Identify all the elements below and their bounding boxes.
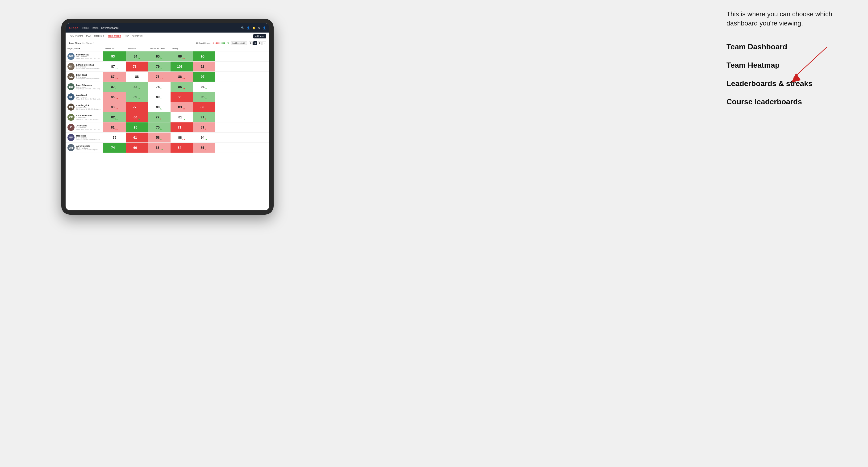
player-info-cell[interactable]: CQ Charlie Quick 6-10 Handicap St. Georg… (66, 102, 103, 112)
player-handicap: 1-5 Handicap (76, 127, 101, 129)
score-change: 4▲ (115, 88, 118, 89)
ipad-frame: clippd Home Teams My Performance 🔍 👤 🔔 ⚙… (61, 19, 274, 215)
score-change: -4▼ (205, 149, 208, 150)
add-team-button[interactable]: Add Team (253, 34, 266, 38)
player-handicap: 6-10 Handicap (76, 106, 101, 108)
score-cell: 61-3▼ (126, 132, 148, 143)
player-info-cell[interactable]: JC Josh Coles 1-5 Handicap Royal North D… (66, 122, 103, 132)
search-icon[interactable]: 🔍 (241, 26, 244, 30)
player-info-cell[interactable]: AN Aaron Nicholls 11-15 Handicap Drift G… (66, 143, 103, 153)
player-club: Craigmillar Park, United Kingdom (76, 118, 101, 120)
score-change: 10▲ (160, 149, 163, 150)
export-button[interactable]: ↓ (262, 41, 266, 45)
score-value: 77 (133, 105, 136, 109)
score-value: 86 (200, 105, 204, 109)
score-value: 73 (133, 65, 136, 68)
score-cell: 88-1▼ (170, 52, 193, 61)
person-icon[interactable]: 👤 (247, 26, 250, 30)
score-change: -11▼ (137, 67, 141, 69)
player-info-cell[interactable]: DF David Ford Plus Handicap Royal North … (66, 92, 103, 102)
player-rows: BM Blair McHarg Plus Handicap Royal Nort… (66, 52, 269, 153)
score-value: 95 (201, 55, 205, 58)
heatmap-view-button[interactable]: ▦ (253, 41, 257, 45)
player-info-cell[interactable]: MM Matt Miller 6-10 Handicap Woburn Golf… (66, 132, 103, 143)
score-change: 5▲ (205, 77, 208, 79)
player-handicap: 6-10 Handicap (76, 137, 101, 139)
player-details: Charlie Quick 6-10 Handicap St. George's… (76, 104, 101, 110)
score-change: 4▲ (160, 138, 163, 140)
player-details: Blair McHarg Plus Handicap Royal North D… (76, 54, 101, 59)
player-details: Elliot Ebert 1-5 Handicap Sunningdale Go… (76, 74, 101, 80)
subnav-team-clippd[interactable]: Team Clippd (108, 34, 121, 38)
score-cell: 85-3▼ (103, 92, 126, 102)
annotation-item-3: Leaderboards & streaks (726, 79, 849, 89)
nav-link-home[interactable]: Home (82, 27, 89, 29)
score-change: 8▲ (160, 57, 163, 59)
score-value: 88 (178, 55, 182, 58)
score-change: -6▼ (182, 77, 185, 79)
user-avatar-icon[interactable]: 👤 (263, 26, 266, 30)
score-cell: 963▲ (193, 92, 215, 102)
score-change: 3▲ (160, 98, 163, 99)
player-club: Royal North Devon Golf Club, United King… (76, 129, 101, 130)
team-count: | 14 Players (82, 42, 92, 44)
annotation-panel: This is where you can choose which dashb… (726, 9, 849, 115)
subnav-pgat[interactable]: PGAT Players (69, 34, 83, 38)
player-handicap: 1-5 Handicap (76, 76, 101, 78)
player-details: Dave Billingham 1-5 Handicap Gog Magog G… (76, 84, 101, 90)
score-cell: 823▲ (103, 112, 126, 122)
score-value: 92 (200, 65, 204, 68)
player-info-cell[interactable]: CR Chris Robertson 1-5 Handicap Craigmil… (66, 112, 103, 122)
score-change: -2▼ (182, 138, 185, 140)
player-name: Edward Crossman (76, 64, 101, 66)
player-info-cell[interactable]: DB Dave Billingham 1-5 Handicap Gog Mago… (66, 82, 103, 92)
subnav-tour[interactable]: Tour (124, 34, 129, 38)
player-avatar: JC (67, 124, 74, 131)
score-value: 61 (133, 135, 137, 139)
nav-link-performance[interactable]: My Performance (101, 27, 118, 29)
subnav-hcaps[interactable]: Hcaps 1-5 (94, 34, 104, 38)
subnav-pga[interactable]: PGA (86, 34, 91, 38)
nav-icons: 🔍 👤 🔔 ⚙ 👤 (241, 26, 266, 30)
score-cell: 84-21▼ (170, 143, 193, 153)
player-info-cell[interactable]: BM Blair McHarg Plus Handicap Royal Nort… (66, 52, 103, 61)
player-avatar: CQ (67, 103, 74, 111)
list-view-button[interactable]: ☰ (258, 41, 261, 45)
player-name: Matt Miller (76, 135, 101, 137)
score-change: -10▼ (182, 98, 186, 99)
grid-view-button[interactable]: ⊞ (249, 41, 253, 45)
score-change: 9▲ (160, 67, 163, 69)
score-change: -1▼ (137, 149, 141, 150)
navbar: clippd Home Teams My Performance 🔍 👤 🔔 ⚙… (66, 23, 269, 33)
score-change: -3▼ (137, 138, 141, 140)
table-row: JC Josh Coles 1-5 Handicap Royal North D… (66, 122, 269, 132)
player-details: Josh Coles 1-5 Handicap Royal North Devo… (76, 125, 101, 130)
score-change: -6▼ (182, 108, 185, 110)
annotation-intro-text: This is where you can choose which dashb… (726, 9, 849, 28)
bell-icon[interactable]: 🔔 (252, 26, 256, 30)
score-cell: 71-11▼ (170, 122, 193, 132)
player-info-cell[interactable]: EC Edward Crossman 1-5 Handicap Sunningd… (66, 62, 103, 71)
score-change: -3▼ (205, 67, 208, 69)
edit-icon[interactable]: ✏ (93, 42, 95, 44)
score-change: -21▼ (182, 149, 186, 150)
nav-link-teams[interactable]: Teams (92, 27, 98, 29)
player-info-cell[interactable]: EE Elliot Ebert 1-5 Handicap Sunningdale… (66, 72, 103, 82)
settings-icon[interactable]: ⚙ (258, 26, 260, 30)
score-cell: 939▲ (103, 52, 126, 61)
score-change: 8▲ (115, 149, 118, 150)
score-value: 75 (156, 125, 160, 129)
score-value: 83 (178, 95, 181, 99)
score-cell: 75 (103, 132, 126, 143)
score-change: 3▲ (205, 138, 208, 140)
player-avatar: MM (67, 134, 74, 141)
score-cell: 81-3▼ (103, 122, 126, 132)
score-change: 3▲ (115, 118, 118, 120)
subnav-all-players[interactable]: All Players (132, 34, 143, 38)
table-row: EC Edward Crossman 1-5 Handicap Sunningd… (66, 62, 269, 72)
score-cell: 874▲ (103, 82, 126, 92)
last-rounds-button[interactable]: Last Rounds: 20 (231, 41, 247, 45)
score-value: 82 (133, 85, 137, 89)
player-avatar: AN (67, 144, 74, 151)
player-avatar: CR (67, 114, 74, 121)
